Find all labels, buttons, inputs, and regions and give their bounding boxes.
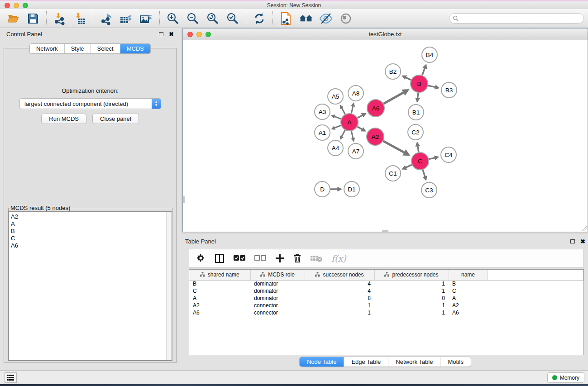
table-cell[interactable]: B bbox=[449, 280, 488, 287]
table-cell[interactable]: 1 bbox=[374, 302, 449, 309]
save-session-icon[interactable] bbox=[26, 12, 40, 25]
graph-edge-C-C3[interactable] bbox=[423, 170, 426, 179]
home-layout-icon[interactable] bbox=[299, 12, 313, 25]
network-from-file-icon[interactable] bbox=[279, 12, 293, 25]
graph-node-A7[interactable]: A7 bbox=[348, 143, 363, 159]
tab-edge-table[interactable]: Edge Table bbox=[344, 357, 388, 367]
table-cell[interactable]: connector bbox=[250, 309, 305, 316]
graph-node-A[interactable]: A bbox=[341, 114, 358, 131]
graph-node-C4[interactable]: C4 bbox=[441, 147, 456, 162]
create-column-icon[interactable] bbox=[275, 253, 284, 264]
network-canvas[interactable]: B4B2BB3A5A8A6B1A3AC2A1A2A4A7C4CC1C3DD1 bbox=[183, 40, 588, 232]
graph-edge-A-A2[interactable] bbox=[357, 127, 364, 131]
tab-network[interactable]: Network bbox=[30, 44, 64, 53]
mcds-scrollbar[interactable] bbox=[166, 212, 172, 360]
mcds-result-list[interactable]: A2ABCA6 bbox=[9, 211, 172, 361]
refresh-icon[interactable] bbox=[253, 12, 266, 25]
table-cell[interactable]: A2 bbox=[189, 302, 250, 309]
function-builder-icon[interactable]: f(x) bbox=[331, 253, 346, 263]
tab-mcds[interactable]: MCDS bbox=[120, 44, 150, 53]
graph-edge-A-A3[interactable] bbox=[332, 115, 341, 119]
graph-node-B4[interactable]: B4 bbox=[422, 47, 437, 62]
graph-node-A8[interactable]: A8 bbox=[348, 86, 363, 101]
table-settings-gear-icon[interactable] bbox=[196, 253, 206, 264]
table-cell[interactable]: A6 bbox=[189, 309, 250, 316]
memory-button[interactable]: Memory bbox=[547, 372, 584, 383]
select-all-columns-icon[interactable] bbox=[234, 253, 245, 264]
hide-details-icon[interactable] bbox=[319, 12, 333, 25]
graph-node-A2[interactable]: A2 bbox=[367, 128, 384, 145]
graph-edge-A-A8[interactable] bbox=[351, 104, 354, 113]
tab-network-table[interactable]: Network Table bbox=[388, 357, 440, 367]
graph-edge-A-A1[interactable] bbox=[332, 125, 341, 129]
graph-edge-A-A7[interactable] bbox=[351, 131, 354, 141]
graph-edge-C-C4[interactable] bbox=[429, 157, 438, 159]
table-row[interactable]: A2connector11A2 bbox=[189, 302, 583, 309]
export-image-icon[interactable] bbox=[139, 12, 153, 25]
optimization-criterion-select[interactable]: largest connected component (directed) ▲… bbox=[19, 98, 161, 109]
graph-node-C3[interactable]: C3 bbox=[421, 182, 437, 198]
run-mcds-button[interactable]: Run MCDS bbox=[41, 114, 86, 124]
show-graphics-details-icon[interactable] bbox=[339, 12, 353, 25]
column-name[interactable]: name bbox=[449, 270, 488, 280]
graph-edge-B-B2[interactable] bbox=[403, 76, 411, 80]
graph-node-A4[interactable]: A4 bbox=[328, 140, 343, 156]
table-close-icon[interactable]: ✖ bbox=[580, 238, 585, 244]
graph-node-C[interactable]: C bbox=[411, 152, 429, 170]
show-panels-list-button[interactable] bbox=[5, 372, 17, 383]
graph-edge-A-A6[interactable] bbox=[358, 114, 365, 118]
table-cell[interactable]: B bbox=[189, 280, 250, 287]
graph-node-D1[interactable]: D1 bbox=[344, 181, 359, 197]
graph-edge-B-B1[interactable] bbox=[417, 93, 418, 101]
graph-node-A6[interactable]: A6 bbox=[367, 100, 384, 117]
zoom-in-icon[interactable] bbox=[166, 12, 180, 25]
graph-node-A3[interactable]: A3 bbox=[315, 104, 330, 119]
table-row[interactable]: A6connector11A6 bbox=[189, 309, 583, 316]
zoom-out-icon[interactable] bbox=[186, 12, 200, 25]
mcds-result-item[interactable]: C bbox=[11, 235, 166, 242]
mcds-result-item[interactable]: A bbox=[11, 220, 166, 228]
table-cell[interactable]: A bbox=[449, 295, 488, 302]
close-panel-icon[interactable]: ✖ bbox=[169, 31, 174, 37]
open-file-icon[interactable] bbox=[6, 12, 20, 25]
table-cell[interactable]: 1 bbox=[374, 287, 449, 295]
resize-grip[interactable] bbox=[581, 225, 587, 231]
table-cell[interactable]: 1 bbox=[305, 309, 374, 316]
search-input[interactable] bbox=[461, 15, 583, 22]
table-cell[interactable]: 1 bbox=[374, 309, 449, 316]
table-cell[interactable]: dominator bbox=[250, 280, 305, 287]
table-cell[interactable]: A bbox=[189, 295, 250, 302]
table-cell[interactable]: dominator bbox=[250, 295, 305, 302]
table-cell[interactable]: 0 bbox=[374, 295, 449, 302]
tab-motifs[interactable]: Motifs bbox=[440, 357, 471, 367]
graph-node-A5[interactable]: A5 bbox=[328, 89, 343, 104]
table-cell[interactable]: A2 bbox=[449, 302, 488, 309]
table-cell[interactable]: connector bbox=[250, 302, 305, 309]
graph-edge-A2-C[interactable] bbox=[383, 141, 408, 155]
import-network-icon[interactable] bbox=[53, 12, 67, 25]
graph-edge-A-A5[interactable] bbox=[340, 106, 345, 114]
table-cell[interactable]: 4 bbox=[305, 287, 374, 295]
table-cell[interactable]: 8 bbox=[305, 295, 374, 302]
graph-node-B3[interactable]: B3 bbox=[441, 82, 457, 98]
table-cell[interactable]: 4 bbox=[305, 280, 374, 287]
mcds-result-item[interactable]: B bbox=[11, 228, 166, 235]
table-cell[interactable]: 1 bbox=[374, 280, 449, 287]
mcds-result-item[interactable]: A2 bbox=[11, 213, 166, 220]
table-cell[interactable]: C bbox=[449, 287, 488, 295]
table-cell[interactable]: dominator bbox=[250, 287, 305, 295]
table-cell[interactable]: 1 bbox=[305, 302, 374, 309]
graph-node-A1[interactable]: A1 bbox=[315, 125, 330, 140]
graph-edge-B-B4[interactable] bbox=[422, 65, 426, 75]
graph-edge-C-C1[interactable] bbox=[403, 165, 412, 169]
search-field[interactable] bbox=[449, 13, 584, 24]
graph-node-C1[interactable]: C1 bbox=[385, 166, 401, 181]
column-shared-name[interactable]: shared name bbox=[189, 270, 250, 280]
close-panel-button[interactable]: Close panel bbox=[92, 114, 139, 124]
table-row[interactable]: Bdominator41B bbox=[189, 280, 583, 287]
graph-node-D[interactable]: D bbox=[315, 181, 330, 197]
table-float-icon[interactable] bbox=[570, 239, 575, 243]
mcds-result-item[interactable]: A6 bbox=[11, 242, 166, 249]
tab-select[interactable]: Select bbox=[91, 44, 120, 53]
unselect-all-columns-icon[interactable] bbox=[254, 253, 266, 264]
